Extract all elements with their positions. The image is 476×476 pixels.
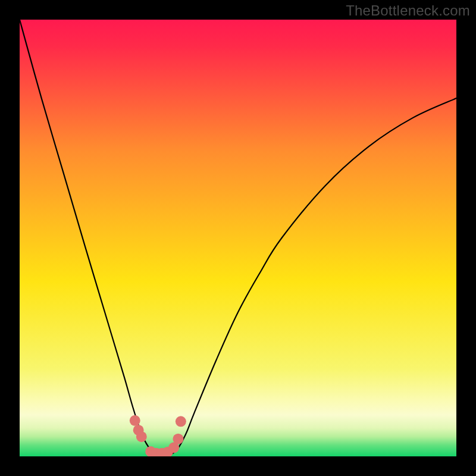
watermark-text: TheBottleneck.com [346, 2, 470, 19]
chart-frame: TheBottleneck.com [0, 0, 476, 476]
overlay-dot [130, 415, 140, 426]
overlay-dot [136, 431, 147, 442]
plot-svg [20, 20, 456, 456]
overlay-dot [173, 434, 183, 444]
gradient-background [20, 20, 456, 456]
overlay-dot [176, 416, 186, 427]
plot-area [20, 20, 456, 456]
